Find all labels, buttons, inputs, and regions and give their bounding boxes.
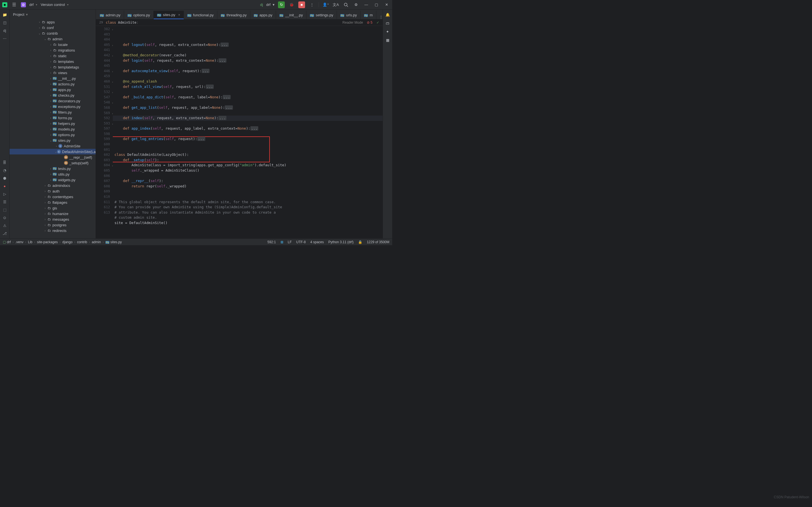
- more-tabs-icon[interactable]: ⋮: [379, 15, 383, 19]
- database-icon[interactable]: 🗃: [384, 20, 391, 26]
- indent[interactable]: 4 spaces: [311, 240, 324, 244]
- more-actions-icon[interactable]: ⋮: [309, 1, 315, 8]
- tree-item[interactable]: ›Pyapps.py: [10, 87, 96, 93]
- tree-item[interactable]: ›Pydecorators.py: [10, 98, 96, 104]
- tree-item[interactable]: ›Pyexceptions.py: [10, 104, 96, 109]
- breadcrumb-segment[interactable]: site-packages: [37, 240, 58, 244]
- editor-tab[interactable]: Pythreading.py: [217, 11, 250, 19]
- breadcrumb-segment[interactable]: Lib: [28, 240, 33, 244]
- python-console-icon[interactable]: ●: [1, 183, 8, 189]
- tree-item[interactable]: ›cAdminSite: [10, 143, 96, 149]
- run-config[interactable]: dj drf ▾: [260, 3, 275, 7]
- inspection-ok-icon[interactable]: ✓: [376, 20, 379, 24]
- tree-item[interactable]: ⌄cDefaultAdminSite(LazyObj: [10, 149, 96, 155]
- run-tool-icon[interactable]: ▷: [1, 190, 8, 197]
- more-icon[interactable]: ⋯: [1, 35, 8, 42]
- breadcrumb-segment[interactable]: ▢ drf: [3, 240, 11, 244]
- editor-tab[interactable]: Pyoptions.py: [124, 11, 154, 19]
- python-packages-icon[interactable]: ⬢: [1, 175, 8, 181]
- close-icon[interactable]: ✕: [383, 1, 390, 8]
- line-separator[interactable]: LF: [288, 240, 292, 244]
- services-icon[interactable]: ☰: [1, 199, 8, 205]
- vcs-icon[interactable]: ⎇: [1, 230, 8, 237]
- endpoints-icon[interactable]: ▦: [384, 37, 391, 43]
- folder-icon[interactable]: 📁: [1, 11, 8, 18]
- tree-item[interactable]: ›🗀postgres: [10, 222, 96, 228]
- django-icon[interactable]: dj: [1, 27, 8, 34]
- version-control-menu[interactable]: Version control: [41, 3, 68, 7]
- hamburger-icon[interactable]: ☰: [11, 1, 17, 8]
- interpreter[interactable]: Python 3.11 (drf): [328, 240, 354, 244]
- stop-button[interactable]: ■: [298, 1, 305, 8]
- project-tree[interactable]: ›🗀apps›🗀conf⌄🗀contrib⌄🗀admin›🗀locale›🗀mi…: [10, 19, 96, 238]
- memory-indicator[interactable]: 1229 of 3500M: [367, 240, 389, 244]
- tree-item[interactable]: ›🗀redirects: [10, 228, 96, 233]
- code-with-me-icon[interactable]: 👤⁺: [322, 1, 329, 8]
- tree-item[interactable]: ›🗀migrations: [10, 47, 96, 53]
- tree-item[interactable]: ›🗀templates: [10, 59, 96, 64]
- problems2-icon[interactable]: ⚠: [1, 222, 8, 229]
- notifications-icon[interactable]: 🔔: [384, 11, 391, 18]
- tree-item[interactable]: ›🗀locale: [10, 42, 96, 47]
- editor-tab[interactable]: Pysites.py×: [154, 11, 184, 19]
- windows-icon[interactable]: ⊞: [280, 240, 283, 244]
- tree-item[interactable]: ⌄Pysites.py: [10, 137, 96, 143]
- tree-item[interactable]: ›Pyhelpers.py: [10, 121, 96, 126]
- encoding[interactable]: UTF-8: [296, 240, 306, 244]
- search-icon[interactable]: [342, 1, 349, 8]
- close-tab-icon[interactable]: ×: [178, 13, 180, 17]
- tree-item[interactable]: ›🗀gis: [10, 205, 96, 211]
- code-editor[interactable]: def logout(self, request, extra_context=…: [113, 26, 383, 238]
- debug-button[interactable]: 🐞: [288, 1, 295, 8]
- tree-item[interactable]: ⌄🗀contrib: [10, 31, 96, 36]
- db-icon[interactable]: 🗄: [1, 159, 8, 166]
- tree-item[interactable]: ›🗀templatetags: [10, 64, 96, 70]
- breadcrumb-segment[interactable]: .venv: [15, 240, 23, 244]
- tree-item[interactable]: ›🗀apps: [10, 19, 96, 25]
- translate-icon[interactable]: 文A: [332, 1, 339, 8]
- tree-item[interactable]: ›🗀conf: [10, 25, 96, 31]
- tree-item[interactable]: ›Pyforms.py: [10, 115, 96, 121]
- project-badge[interactable]: D: [21, 2, 26, 7]
- tree-item[interactable]: ›🗀auth: [10, 188, 96, 194]
- editor-tab[interactable]: Pysettings.py: [307, 11, 337, 19]
- breadcrumb-segment[interactable]: admin: [92, 240, 101, 244]
- tree-item[interactable]: ›Pyutils.py: [10, 171, 96, 177]
- tree-item[interactable]: m__repr__(self): [10, 155, 96, 160]
- project-name[interactable]: drf: [29, 3, 37, 7]
- tree-item[interactable]: ›Py__init__.py: [10, 75, 96, 81]
- editor-tab[interactable]: Pyadmin.py: [96, 11, 124, 19]
- tree-item[interactable]: ›🗀admindocs: [10, 183, 96, 188]
- tree-item[interactable]: ›Pyoptions.py: [10, 132, 96, 137]
- run-button[interactable]: ↻: [278, 1, 285, 8]
- breadcrumb-segment[interactable]: Pysites.py: [105, 240, 122, 244]
- breadcrumb-segment[interactable]: contrib: [77, 240, 87, 244]
- breadcrumb-segment[interactable]: django: [62, 240, 72, 244]
- breadcrumbs[interactable]: ▢ drf›.venv›Lib›site-packages›django›con…: [3, 240, 122, 244]
- cursor-position[interactable]: 592:1: [267, 240, 276, 244]
- editor-tab[interactable]: Pym: [361, 11, 376, 19]
- settings-icon[interactable]: ⚙: [353, 1, 360, 8]
- editor-tab[interactable]: Pyapps.py: [250, 11, 276, 19]
- tree-item[interactable]: ⌄🗀admin: [10, 36, 96, 42]
- lock-icon[interactable]: 🔒: [358, 240, 362, 244]
- tree-item[interactable]: ›🗀views: [10, 70, 96, 75]
- tree-item[interactable]: ›Pyactions.py: [10, 81, 96, 87]
- maximize-icon[interactable]: ▢: [373, 1, 380, 8]
- tree-item[interactable]: ›Pymodels.py: [10, 126, 96, 132]
- problems-count[interactable]: ⊘ 5: [367, 20, 372, 24]
- structure-icon[interactable]: ◫: [1, 19, 8, 26]
- tree-item[interactable]: ›🗀messages: [10, 216, 96, 222]
- tree-item[interactable]: ›Pytests.py: [10, 166, 96, 171]
- tree-item[interactable]: ›🗀humanize: [10, 211, 96, 216]
- tree-item[interactable]: ›🗀flatpages: [10, 200, 96, 205]
- tree-item[interactable]: ›Pyfilters.py: [10, 109, 96, 115]
- minimize-icon[interactable]: —: [363, 1, 370, 8]
- profiler-icon[interactable]: ◔: [1, 167, 8, 174]
- tree-item[interactable]: m_setup(self): [10, 160, 96, 166]
- problems-icon[interactable]: ⊙: [1, 214, 8, 221]
- reader-mode-label[interactable]: Reader Mode: [342, 20, 363, 24]
- editor-tab[interactable]: Pyurls.py: [337, 11, 361, 19]
- editor-tab[interactable]: Py__init__.py: [276, 11, 307, 19]
- tree-item[interactable]: ›🗀static: [10, 53, 96, 59]
